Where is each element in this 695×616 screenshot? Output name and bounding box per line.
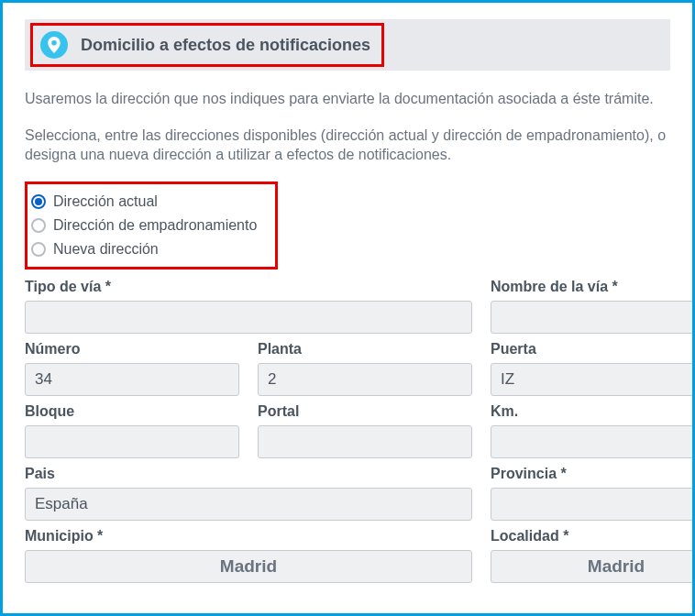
input-puerta[interactable] bbox=[491, 363, 695, 396]
intro-paragraph-2: Selecciona, entre las direcciones dispon… bbox=[25, 126, 670, 165]
input-planta[interactable] bbox=[258, 363, 472, 396]
section-header-highlight: Domicilio a efectos de notificaciones bbox=[30, 23, 384, 67]
radio-census-address[interactable]: Dirección de empadronamiento bbox=[31, 214, 257, 237]
input-pais[interactable] bbox=[25, 488, 472, 521]
field-portal: Portal bbox=[258, 403, 472, 458]
location-pin-icon bbox=[40, 31, 68, 59]
input-localidad[interactable] bbox=[491, 550, 695, 583]
radio-group-highlight: Dirección actual Dirección de empadronam… bbox=[25, 182, 278, 270]
radio-group-highlight-wrap: Dirección actual Dirección de empadronam… bbox=[25, 182, 670, 270]
field-provincia: Provincia * bbox=[491, 466, 695, 521]
label-bloque: Bloque bbox=[25, 403, 239, 420]
radio-button-icon bbox=[31, 194, 46, 209]
input-nombre-via[interactable] bbox=[491, 301, 695, 334]
radio-current-address-label: Dirección actual bbox=[53, 193, 158, 210]
label-localidad: Localidad * bbox=[491, 528, 695, 544]
label-pais: Pais bbox=[25, 466, 472, 482]
section-header: Domicilio a efectos de notificaciones bbox=[25, 19, 670, 71]
field-planta: Planta bbox=[258, 341, 472, 396]
field-localidad: Localidad * bbox=[491, 528, 695, 583]
radio-button-icon bbox=[31, 218, 46, 233]
field-puerta: Puerta bbox=[491, 341, 695, 396]
input-portal[interactable] bbox=[258, 425, 472, 458]
intro-paragraph-1: Usaremos la dirección que nos indiques p… bbox=[25, 89, 670, 109]
label-municipio: Municipio * bbox=[25, 528, 472, 544]
field-km: Km. bbox=[491, 403, 695, 458]
radio-current-address[interactable]: Dirección actual bbox=[31, 190, 257, 214]
label-provincia: Provincia * bbox=[491, 466, 695, 482]
label-tipo-via: Tipo de vía * bbox=[25, 279, 472, 295]
section-title: Domicilio a efectos de notificaciones bbox=[81, 36, 370, 55]
radio-button-icon bbox=[31, 242, 46, 257]
label-numero: Número bbox=[25, 341, 239, 358]
field-municipio: Municipio * bbox=[25, 528, 472, 583]
input-provincia[interactable] bbox=[491, 488, 695, 521]
field-pais: Pais bbox=[25, 466, 472, 521]
field-numero: Número bbox=[25, 341, 239, 396]
field-nombre-via: Nombre de la vía * bbox=[491, 279, 695, 334]
input-tipo-via[interactable] bbox=[25, 301, 472, 334]
input-bloque[interactable] bbox=[25, 425, 239, 458]
form-frame: Domicilio a efectos de notificaciones Us… bbox=[0, 0, 695, 616]
radio-new-address[interactable]: Nueva dirección bbox=[31, 237, 257, 261]
field-bloque: Bloque bbox=[25, 403, 239, 458]
label-km: Km. bbox=[491, 403, 695, 420]
label-planta: Planta bbox=[258, 341, 472, 358]
address-form-grid: Tipo de vía * Nombre de la vía * Número … bbox=[25, 279, 670, 583]
radio-census-address-label: Dirección de empadronamiento bbox=[53, 217, 257, 234]
input-municipio[interactable] bbox=[25, 550, 472, 583]
radio-new-address-label: Nueva dirección bbox=[53, 241, 159, 258]
label-nombre-via: Nombre de la vía * bbox=[491, 279, 695, 295]
input-km[interactable] bbox=[491, 425, 695, 458]
label-portal: Portal bbox=[258, 403, 472, 420]
field-tipo-via: Tipo de vía * bbox=[25, 279, 472, 334]
label-puerta: Puerta bbox=[491, 341, 695, 358]
input-numero[interactable] bbox=[25, 363, 239, 396]
